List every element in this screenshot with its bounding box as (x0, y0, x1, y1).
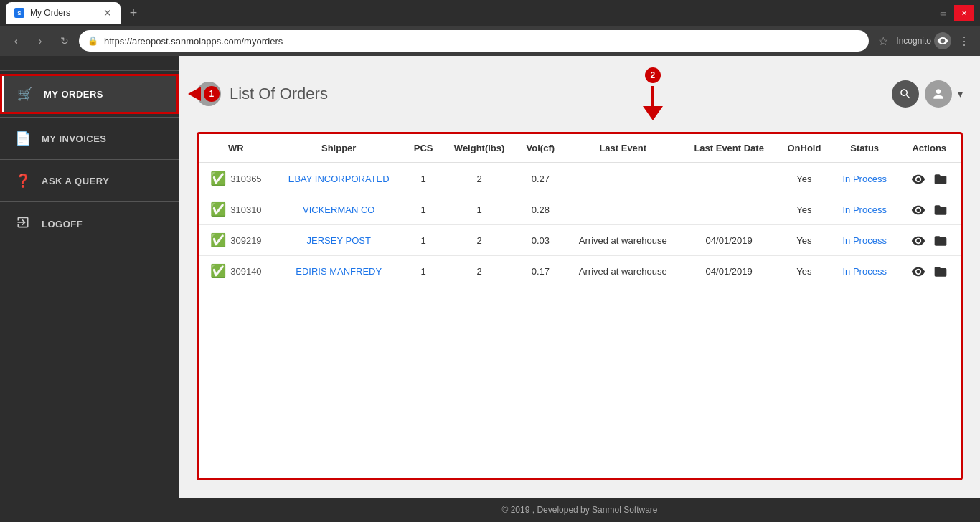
view-icon[interactable] (911, 201, 929, 216)
url-text: https://areopost.sanmolapps.com/myorders (104, 36, 283, 47)
cell-wr: ✅ 309219 (199, 225, 273, 256)
view-icon[interactable] (911, 263, 929, 277)
col-last-event-date: Last Event Date (681, 134, 777, 163)
cell-weight: 2 (443, 256, 517, 287)
address-bar[interactable]: 🔒 https://areopost.sanmolapps.com/myorde… (79, 30, 869, 52)
cell-vol: 0.03 (517, 225, 565, 256)
new-tab-button[interactable]: + (123, 3, 143, 23)
view-icon[interactable] (911, 171, 929, 185)
folder-icon[interactable] (933, 201, 948, 216)
sidebar-divider-2 (0, 159, 179, 160)
view-icon[interactable] (911, 232, 929, 247)
check-icon: ✅ (210, 263, 226, 279)
back-nav-button[interactable]: ‹ (6, 31, 26, 51)
main-header: ‹ List Of Orders 2 (179, 56, 980, 132)
avatar-dropdown-arrow[interactable]: ▾ (958, 88, 963, 100)
cell-vol: 0.17 (517, 256, 565, 287)
cell-weight: 2 (443, 163, 517, 194)
my-orders-label: MY ORDERS (44, 89, 103, 100)
col-last-event: Last Event (565, 134, 681, 163)
minimize-button[interactable]: — (911, 5, 931, 21)
cell-wr: ✅ 309140 (199, 256, 273, 287)
tab-favicon: S (14, 8, 24, 18)
sidebar-item-ask-query[interactable]: ❓ ASK A QUERY (0, 163, 179, 199)
folder-icon[interactable] (933, 171, 948, 185)
cell-status: In Process (831, 256, 898, 287)
cell-actions (897, 225, 961, 256)
cell-pcs: 1 (405, 256, 443, 287)
cell-last-event: Arrived at warehouse (565, 225, 681, 256)
cell-weight: 2 (443, 225, 517, 256)
cart-icon: 🛒 (17, 86, 34, 102)
star-icon[interactable]: ☆ (873, 31, 893, 51)
cell-vol: 0.27 (517, 163, 565, 194)
forward-nav-button[interactable]: › (30, 31, 50, 51)
app-footer: © 2019 , Developed by Sanmol Software (179, 498, 980, 522)
cell-on-hold: Yes (777, 194, 831, 225)
cell-last-event: Arrived at warehouse (565, 256, 681, 287)
cell-status: In Process (831, 225, 898, 256)
tab-title: My Orders (30, 8, 98, 18)
cell-wr: ✅ 310365 (199, 163, 273, 194)
logoff-label: LOGOFF (42, 219, 83, 229)
cell-pcs: 1 (405, 225, 443, 256)
logoff-icon (14, 215, 32, 233)
col-on-hold: OnHold (777, 134, 831, 163)
col-shipper: Shipper (273, 134, 405, 163)
sidebar-item-my-invoices[interactable]: 📄 MY INVOICES (0, 120, 179, 156)
tab-close-button[interactable]: ✕ (103, 7, 112, 19)
table-body: ✅ 310365 EBAY INCORPORATED 1 2 0.27 Yes … (199, 163, 961, 286)
cell-wr: ✅ 310310 (199, 194, 273, 225)
search-button[interactable] (892, 80, 919, 108)
incognito-label: Incognito (896, 36, 931, 46)
cell-on-hold: Yes (777, 225, 831, 256)
cell-last-event-date (681, 163, 777, 194)
table-row: ✅ 309140 EDIRIS MANFREDY 1 2 0.17 Arrive… (199, 256, 961, 287)
cell-status: In Process (831, 163, 898, 194)
wr-value: 309140 (230, 266, 261, 277)
sidebar-item-my-orders[interactable]: 🛒 MY ORDERS 1 (0, 74, 179, 114)
wr-value: 309219 (230, 235, 261, 246)
main-content: ‹ List Of Orders 2 (179, 56, 980, 522)
incognito-badge: Incognito (896, 32, 951, 49)
cell-vol: 0.28 (517, 194, 565, 225)
cell-shipper: VICKERMAN CO (273, 194, 405, 225)
incognito-icon (934, 32, 951, 49)
menu-icon[interactable]: ⋮ (954, 31, 974, 51)
cell-on-hold: Yes (777, 256, 831, 287)
check-icon: ✅ (210, 232, 226, 248)
col-pcs: PCS (405, 134, 443, 163)
invoice-icon: 📄 (14, 130, 32, 146)
folder-icon[interactable] (933, 232, 948, 247)
active-tab[interactable]: S My Orders ✕ (6, 2, 121, 24)
close-button[interactable]: ✕ (954, 5, 974, 21)
cell-pcs: 1 (405, 194, 443, 225)
maximize-button[interactable]: ▭ (933, 5, 953, 21)
sidebar-divider-top (0, 70, 179, 71)
col-weight: Weight(lbs) (443, 134, 517, 163)
cell-on-hold: Yes (777, 163, 831, 194)
browser-chrome: S My Orders ✕ + — ▭ ✕ ‹ › ↻ 🔒 https://ar… (0, 0, 980, 56)
table-header: WR Shipper PCS Weight(lbs) Vol(cf) Last … (199, 134, 961, 163)
browser-toolbar: ‹ › ↻ 🔒 https://areopost.sanmolapps.com/… (0, 26, 980, 56)
table-row: ✅ 310310 VICKERMAN CO 1 1 0.28 Yes In Pr… (199, 194, 961, 225)
cell-pcs: 1 (405, 163, 443, 194)
folder-icon[interactable] (933, 263, 948, 277)
col-wr: WR (199, 134, 273, 163)
cell-actions (897, 194, 961, 225)
cell-weight: 1 (443, 194, 517, 225)
wr-value: 310365 (230, 174, 261, 184)
col-status: Status (831, 134, 898, 163)
cell-actions (897, 256, 961, 287)
cell-shipper: EBAY INCORPORATED (273, 163, 405, 194)
sidebar-item-logoff[interactable]: LOGOFF (0, 205, 179, 243)
annotation-2: 2 (645, 67, 661, 83)
table-row: ✅ 309219 JERSEY POST 1 2 0.03 Arrived at… (199, 225, 961, 256)
browser-tabs: S My Orders ✕ + — ▭ ✕ (0, 0, 980, 26)
refresh-button[interactable]: ↻ (55, 31, 75, 51)
user-avatar-button[interactable] (925, 80, 952, 108)
col-actions: Actions (897, 134, 961, 163)
cell-actions (897, 163, 961, 194)
cell-last-event (565, 194, 681, 225)
sidebar-divider-3 (0, 201, 179, 202)
